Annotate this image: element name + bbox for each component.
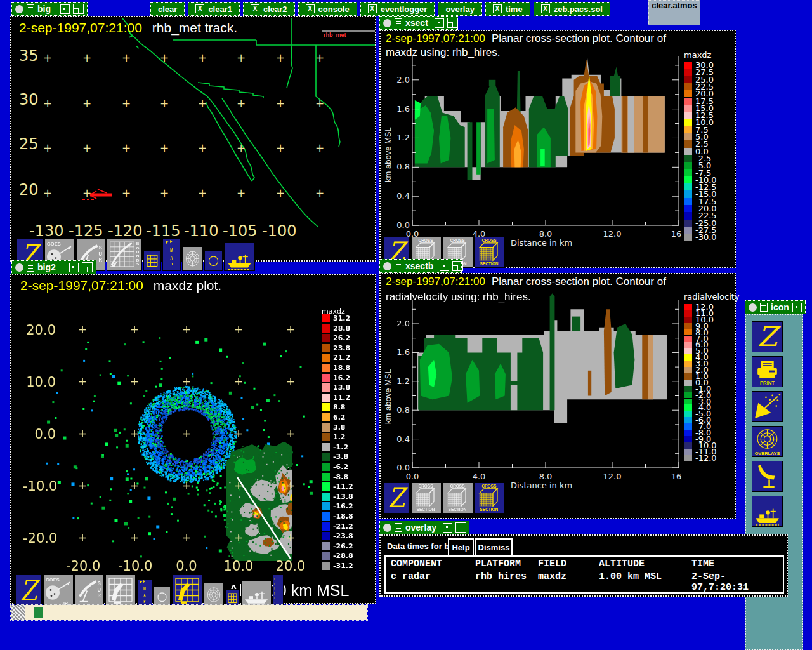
window-doc-icon[interactable] <box>395 18 402 27</box>
zeb-logo-button[interactable]: Z <box>383 482 410 514</box>
taskbar-button-time[interactable]: Xtime <box>485 2 530 16</box>
colorbar-value: -21.2 <box>333 522 353 531</box>
colorbar-value: 1.2 <box>333 433 346 441</box>
grid-plus-marker: + <box>78 427 87 440</box>
colorbar-swatch <box>684 404 692 411</box>
window-menu-icon[interactable] <box>749 303 757 312</box>
colorbar-value: 11.2 <box>333 394 350 402</box>
taskbar-button-overlay[interactable]: overlay <box>438 2 482 16</box>
grid-plus-marker: + <box>130 479 139 492</box>
window-doc-icon[interactable] <box>395 523 402 532</box>
window-iconify-button[interactable] <box>447 18 458 28</box>
clear-atmos-window[interactable]: clear.atmos <box>648 0 700 25</box>
colorbar-swatch <box>684 98 692 105</box>
cross-section-button[interactable]: CROSSSECTION <box>443 482 473 514</box>
help-button[interactable]: Help <box>448 538 474 557</box>
radar-web-button[interactable] <box>182 246 203 271</box>
grid-plus-marker: + <box>122 187 131 199</box>
window-menu-icon[interactable] <box>383 262 391 270</box>
grid-radar-button[interactable] <box>105 574 136 607</box>
titlebar-icon[interactable]: icon <box>745 300 806 314</box>
y-axis-label: km above MSL <box>383 127 393 182</box>
radar-dish-button[interactable] <box>752 461 783 492</box>
window-iconify-button[interactable] <box>73 4 84 14</box>
window-iconify-button[interactable] <box>452 261 463 271</box>
grid-plus-marker: + <box>130 531 139 544</box>
ship-button[interactable] <box>752 496 783 527</box>
cross-section-button[interactable]: CROSSSECTION <box>411 482 442 514</box>
checkbox-icon: X <box>195 4 204 13</box>
bounds-icon: BOUNDS <box>273 575 283 606</box>
map-button[interactable]: MAP <box>137 579 152 607</box>
titlebar-big2[interactable]: big2 <box>11 260 96 274</box>
bounds-button[interactable]: BOUNDS <box>273 574 284 607</box>
bounds-grid-button[interactable]: BOUNDS <box>107 239 142 271</box>
overlays-button[interactable]: OVERLAYS <box>752 426 783 457</box>
grid-plus-marker: + <box>43 97 52 110</box>
map-icon: MAP <box>138 580 152 606</box>
radar-plot[interactable] <box>11 275 375 603</box>
svg-text:U: U <box>275 587 275 591</box>
cross-section-active-button[interactable]: CROSSSECTION <box>475 237 505 268</box>
grid-plus-marker: + <box>122 97 131 110</box>
window-menu-icon[interactable] <box>15 5 23 13</box>
zeb-logo-button[interactable]: Z <box>752 321 783 352</box>
window-zoom-button[interactable] <box>435 18 444 28</box>
satellite-button[interactable] <box>752 391 783 422</box>
window-overlay[interactable]: Data times for big2 Help Dismiss COMPONE… <box>379 534 788 597</box>
window-big-map[interactable]: 2-sep-1997,07:21:00rhb_met track. rhb_me… <box>10 16 376 262</box>
window-zoom-button[interactable] <box>440 262 449 271</box>
scrollbar-thumb[interactable] <box>34 607 43 618</box>
window-iconify-button[interactable] <box>82 262 93 272</box>
plot-title-line2: radialvelocity using: rhb_hires. <box>386 291 531 303</box>
colorbar-value: -28.8 <box>333 552 353 560</box>
titlebar-xsectb[interactable]: xsectb <box>379 259 462 273</box>
colorbar-value: -16.2 <box>333 502 353 510</box>
taskbar-button-eventlogger[interactable]: Xeventlogger <box>360 2 435 16</box>
grid-button[interactable] <box>143 250 161 271</box>
window-zoom-button[interactable] <box>792 303 802 312</box>
print-button[interactable]: PRINT <box>752 356 783 387</box>
ship-button[interactable] <box>241 580 272 607</box>
circle-button[interactable] <box>204 250 223 271</box>
taskbar-button-clear2[interactable]: Xclear2 <box>243 2 295 16</box>
scrollbar-track[interactable] <box>25 605 367 620</box>
window-menu-icon[interactable] <box>383 524 391 532</box>
window-doc-icon[interactable] <box>760 303 768 312</box>
titlebar-overlay[interactable]: overlay <box>379 521 469 534</box>
window-xsect[interactable]: 2-sep-1997,07:21:00Planar cross-section … <box>379 30 736 268</box>
svg-text:O: O <box>275 581 276 586</box>
taskbar-button-zeb.pacs.sol[interactable]: Xzeb.pacs.sol <box>534 2 610 16</box>
window-zoom-button[interactable] <box>60 4 70 14</box>
window-menu-icon[interactable] <box>383 19 391 27</box>
titlebar-xsect[interactable]: xsect <box>379 16 458 30</box>
cross-section-active-button[interactable]: CROSSSECTION <box>475 482 505 514</box>
dismiss-button[interactable]: Dismiss <box>475 538 513 557</box>
window-menu-icon[interactable] <box>15 263 23 272</box>
taskbar-button-console[interactable]: Xconsole <box>298 2 357 16</box>
radar-web-button[interactable] <box>204 583 224 607</box>
window-iconify-button[interactable] <box>455 522 466 533</box>
ship-button[interactable] <box>224 242 255 271</box>
taskbar-button-clear1[interactable]: Xclear1 <box>188 2 240 16</box>
colorbar-value: 13.8 <box>333 383 350 392</box>
taskbar-button-clear[interactable]: clear <box>150 2 185 16</box>
grid-plus-marker: + <box>78 479 87 492</box>
zeb-logo-button[interactable]: Z <box>15 574 42 607</box>
horizontal-scrollbar[interactable] <box>10 604 368 621</box>
window-doc-icon[interactable] <box>27 263 34 272</box>
window-zoom-button[interactable] <box>443 523 452 533</box>
window-big2-radar[interactable]: 2-sep-1997,07:21:00maxdz plot. 20.010.00… <box>10 274 376 604</box>
colorbar-swatch <box>322 512 330 521</box>
surface-radar-button[interactable]: SUR <box>75 574 104 607</box>
window-doc-icon[interactable] <box>395 262 402 270</box>
map-button[interactable]: MAP <box>162 239 181 271</box>
window-xsectb[interactable]: 2-sep-1997,07:21:00Planar cross-section … <box>379 273 736 519</box>
goes-ir-button[interactable]: GOES.IR <box>43 574 74 607</box>
window-doc-icon[interactable] <box>27 4 34 13</box>
window-zoom-button[interactable] <box>69 263 79 272</box>
x-tick-label: 20.0 <box>274 559 307 574</box>
grid-radar-active-button[interactable] <box>172 574 202 607</box>
titlebar-big[interactable]: big <box>11 2 88 16</box>
colorbar-value: 18.8 <box>333 364 350 372</box>
